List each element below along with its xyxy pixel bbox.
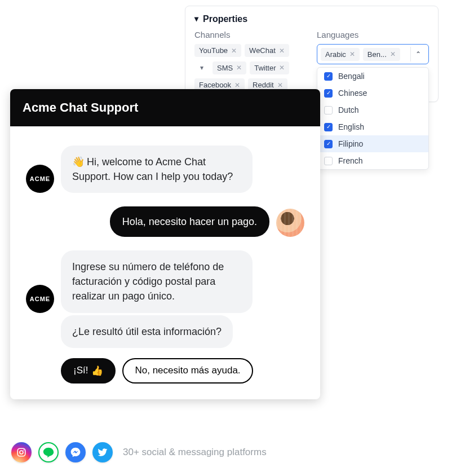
language-option[interactable]: Filipino (317, 135, 428, 152)
chat-body: ACME 👋Hi, welcome to Acme Chat Support. … (10, 126, 320, 399)
followup-row: ¿Le resultó útil esta información? (61, 315, 304, 348)
line-icon (38, 442, 59, 462)
language-option[interactable]: Bengali (317, 68, 428, 85)
language-option[interactable]: Dutch (317, 102, 428, 118)
channels-column: Channels YouTube ✕ WeChat ✕ ▾ SMS ✕ Twit… (194, 30, 307, 91)
svg-point-2 (23, 449, 24, 451)
instagram-icon (11, 442, 32, 462)
footer-text: 30+ social & messaging platforms (123, 447, 267, 458)
channel-tag[interactable]: YouTube ✕ (194, 44, 241, 57)
channels-expand[interactable]: ▾ (194, 60, 209, 75)
language-tag[interactable]: Arabic ✕ (321, 48, 360, 61)
message-row-user: Hola, necesito hacer un pago. (26, 206, 304, 237)
twitter-icon (92, 442, 113, 462)
remove-tag-icon[interactable]: ✕ (390, 50, 396, 58)
properties-panel: ▾ Properties Channels YouTube ✕ WeChat ✕… (185, 6, 439, 102)
chat-title: Acme Chat Support (10, 89, 320, 126)
language-option[interactable]: English (317, 118, 428, 135)
message-bubble: 👋Hi, welcome to Acme Chat Support. How c… (61, 146, 253, 193)
channel-tag[interactable]: SMS ✕ (212, 61, 246, 74)
user-avatar (276, 209, 304, 237)
language-option-label: French (338, 156, 363, 165)
chat-widget: Acme Chat Support ACME 👋Hi, welcome to A… (10, 89, 320, 399)
message-bubble: ¿Le resultó útil esta información? (61, 315, 233, 348)
language-option-label: Chinese (338, 89, 367, 98)
agent-avatar: ACME (26, 285, 54, 313)
remove-tag-icon[interactable]: ✕ (279, 64, 285, 72)
channel-tag[interactable]: Twitter ✕ (250, 61, 289, 74)
no-button[interactable]: No, necesito más ayuda. (122, 358, 253, 384)
remove-tag-icon[interactable]: ✕ (349, 50, 355, 58)
language-option[interactable]: Chinese (317, 85, 428, 102)
checkbox-icon[interactable] (324, 72, 333, 81)
thumbs-up-icon: 👍 (91, 365, 103, 377)
channel-tag[interactable]: WeChat ✕ (245, 44, 289, 57)
message-bubble: Hola, necesito hacer un pago. (110, 206, 269, 237)
languages-dropdown: BengaliChineseDutchEnglishFilipinoFrench (317, 67, 429, 170)
language-option-label: English (338, 122, 364, 131)
remove-tag-icon[interactable]: ✕ (231, 47, 237, 55)
languages-column: Languages Arabic ✕ Ben... ✕ ⌃ BengaliChi… (317, 30, 429, 91)
remove-tag-icon[interactable]: ✕ (236, 64, 242, 72)
language-option-label: Filipino (338, 139, 363, 148)
properties-toggle[interactable]: ▾ Properties (194, 14, 429, 24)
chevron-up-icon[interactable]: ⌃ (410, 47, 425, 61)
svg-point-1 (20, 451, 23, 454)
properties-title: Properties (203, 14, 247, 24)
checkbox-icon[interactable] (324, 89, 333, 98)
checkbox-icon[interactable] (324, 157, 333, 165)
channels-title: Channels (194, 30, 307, 39)
language-option[interactable]: French (317, 152, 428, 169)
quick-reply-row: ¡Sí! 👍 No, necesito más ayuda. (61, 358, 304, 384)
remove-tag-icon[interactable]: ✕ (279, 47, 285, 55)
yes-button[interactable]: ¡Sí! 👍 (61, 358, 116, 384)
language-option-label: Dutch (338, 105, 359, 114)
checkbox-icon[interactable] (324, 106, 333, 114)
agent-avatar: ACME (26, 165, 54, 193)
footer-strip: 30+ social & messaging platforms (11, 442, 267, 462)
language-option-label: Bengali (338, 72, 365, 81)
message-row-agent: ACME 👋Hi, welcome to Acme Chat Support. … (26, 146, 304, 193)
language-tag[interactable]: Ben... ✕ (363, 48, 400, 61)
languages-select[interactable]: Arabic ✕ Ben... ✕ ⌃ (317, 44, 429, 64)
message-bubble: Ingrese su número de teléfono de factura… (61, 250, 253, 312)
messenger-icon (65, 442, 86, 462)
chevron-down-icon: ▾ (194, 14, 198, 23)
remove-tag-icon[interactable]: ✕ (234, 81, 240, 89)
message-row-agent: ACME Ingrese su número de teléfono de fa… (26, 250, 304, 312)
languages-title: Languages (317, 30, 429, 39)
remove-tag-icon[interactable]: ✕ (277, 81, 283, 89)
checkbox-icon[interactable] (324, 140, 333, 148)
wave-icon: 👋 (72, 156, 85, 168)
checkbox-icon[interactable] (324, 123, 333, 131)
